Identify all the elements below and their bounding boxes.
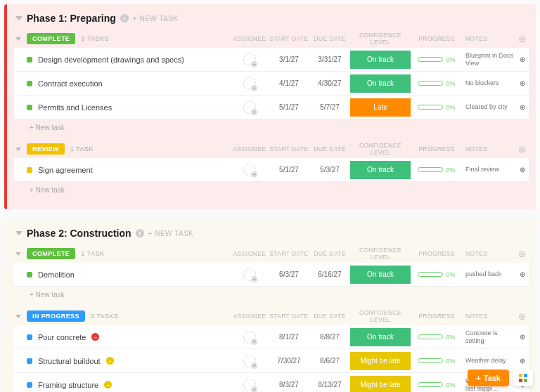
due-date[interactable]: 8/6/27 [309, 357, 350, 365]
collapse-phase-icon[interactable] [15, 16, 22, 20]
notes-cell[interactable]: Final review [463, 166, 516, 174]
phase-title[interactable]: Phase 1: Preparing [27, 13, 116, 24]
task-status-square-icon[interactable] [27, 81, 32, 86]
start-date[interactable]: 6/3/27 [269, 270, 309, 278]
progress-bar[interactable] [418, 334, 443, 339]
start-date[interactable]: 4/1/27 [269, 79, 309, 87]
confidence-level[interactable]: On track [350, 161, 411, 179]
task-row[interactable]: Structural buildout–7/30/278/6/27Might b… [14, 349, 529, 373]
new-task-fab[interactable]: + Task [468, 370, 509, 386]
due-date[interactable]: 5/7/27 [309, 103, 350, 111]
collapse-group-icon[interactable] [15, 37, 21, 41]
column-header-progress[interactable]: PROGRESS [411, 313, 463, 320]
add-column-button[interactable]: ⊕ [516, 34, 529, 44]
due-date[interactable]: 6/16/27 [309, 270, 350, 278]
column-header-due[interactable]: DUE DATE [309, 145, 350, 152]
column-header-start[interactable]: START DATE [269, 35, 309, 42]
row-add-button[interactable]: ⊕ [516, 270, 529, 278]
start-date[interactable]: 5/1/27 [269, 166, 309, 174]
progress-bar[interactable] [418, 272, 443, 277]
row-add-button[interactable]: ⊕ [516, 103, 529, 111]
task-row[interactable]: Sign agreement5/1/275/3/27On track0%Fina… [14, 158, 529, 182]
column-header-assignee[interactable]: ASSIGNEE [231, 145, 269, 152]
notes-cell[interactable]: Concrete is setting [463, 329, 516, 345]
confidence-level[interactable]: Might be late [350, 376, 411, 393]
status-pill[interactable]: COMPLETE [27, 33, 75, 44]
due-date[interactable]: 3/31/27 [309, 55, 350, 63]
column-header-due[interactable]: DUE DATE [309, 250, 350, 257]
group-new-task-button[interactable]: + New task [14, 119, 529, 133]
task-name[interactable]: Sign agreement [38, 166, 93, 174]
column-header-progress[interactable]: PROGRESS [411, 35, 463, 42]
column-header-progress[interactable]: PROGRESS [411, 145, 463, 152]
collapse-group-icon[interactable] [15, 315, 21, 318]
task-name[interactable]: Pour concrete [38, 333, 86, 341]
phase-new-task-button[interactable]: + NEW TASK [148, 230, 194, 237]
task-name[interactable]: Permits and Licenses [38, 103, 112, 112]
column-header-confidence[interactable]: CONFIDENCE LEVEL [350, 142, 411, 156]
confidence-level[interactable]: On track [350, 74, 411, 93]
due-date[interactable]: 8/8/27 [309, 333, 350, 341]
column-header-assignee[interactable]: ASSIGNEE [231, 250, 269, 257]
column-header-progress[interactable]: PROGRESS [411, 250, 463, 257]
column-header-confidence[interactable]: CONFIDENCE LEVEL [350, 32, 411, 46]
due-date[interactable]: 5/3/27 [309, 166, 350, 174]
column-header-notes[interactable]: NOTES [463, 35, 516, 42]
column-header-confidence[interactable]: CONFIDENCE LEVEL [350, 247, 411, 261]
task-row[interactable]: Pour concrete–8/1/278/8/27On track0%Conc… [14, 325, 529, 349]
column-header-due[interactable]: DUE DATE [309, 35, 350, 42]
assign-user-button[interactable] [243, 331, 256, 344]
column-header-notes[interactable]: NOTES [463, 145, 516, 152]
assign-user-button[interactable] [243, 164, 256, 176]
task-row[interactable]: Design development (drawings and specs)3… [14, 48, 529, 72]
assign-user-button[interactable] [243, 53, 256, 66]
start-date[interactable]: 5/1/27 [269, 103, 309, 111]
column-header-assignee[interactable]: ASSIGNEE [231, 313, 269, 320]
add-column-button[interactable]: ⊕ [516, 249, 529, 259]
row-add-button[interactable]: ⊕ [516, 55, 529, 63]
confidence-level[interactable]: On track [350, 266, 411, 284]
start-date[interactable]: 8/1/27 [269, 333, 309, 341]
info-icon[interactable]: i [136, 229, 144, 237]
progress-bar[interactable] [418, 81, 443, 86]
task-name[interactable]: Contract execution [38, 79, 103, 88]
phase-new-task-button[interactable]: + NEW TASK [133, 15, 179, 22]
start-date[interactable]: 3/1/27 [269, 55, 309, 63]
row-add-button[interactable]: ⊕ [516, 333, 529, 341]
collapse-group-icon[interactable] [15, 148, 21, 151]
assign-user-button[interactable] [243, 101, 256, 114]
confidence-level[interactable]: On track [350, 51, 411, 69]
task-status-square-icon[interactable] [27, 272, 32, 277]
column-header-start[interactable]: START DATE [269, 145, 309, 152]
column-header-notes[interactable]: NOTES [463, 313, 516, 320]
confidence-level[interactable]: Might be late [350, 352, 411, 370]
progress-bar[interactable] [418, 105, 443, 110]
task-status-square-icon[interactable] [27, 358, 32, 364]
progress-bar[interactable] [418, 382, 443, 387]
task-row[interactable]: Framing structure–8/3/278/13/27Might be … [14, 373, 529, 392]
phase-title[interactable]: Phase 2: Construction [27, 228, 131, 239]
status-pill[interactable]: REVIEW [27, 143, 65, 155]
status-pill[interactable]: IN PROGRESS [27, 311, 85, 322]
group-new-task-button[interactable]: + New task [14, 182, 529, 195]
row-add-button[interactable]: ⊕ [516, 166, 529, 174]
add-column-button[interactable]: ⊕ [516, 144, 529, 155]
notes-cell[interactable]: Cleared by city [463, 103, 516, 111]
progress-bar[interactable] [418, 358, 443, 363]
task-name[interactable]: Framing structure [38, 381, 98, 389]
task-status-square-icon[interactable] [27, 167, 32, 173]
confidence-level[interactable]: Late [350, 98, 411, 117]
progress-bar[interactable] [418, 167, 443, 172]
assign-user-button[interactable] [243, 355, 256, 367]
assign-user-button[interactable] [243, 77, 256, 90]
column-header-assignee[interactable]: ASSIGNEE [231, 35, 269, 42]
column-header-confidence[interactable]: CONFIDENCE LEVEL [350, 309, 411, 323]
task-name[interactable]: Design development (drawings and specs) [38, 55, 184, 64]
notes-cell[interactable]: Blueprint in Docs View [463, 52, 516, 67]
apps-grid-button[interactable] [513, 370, 533, 386]
column-header-start[interactable]: START DATE [269, 313, 309, 320]
task-status-square-icon[interactable] [27, 105, 32, 110]
task-row[interactable]: Contract execution4/1/274/30/27On track0… [14, 72, 529, 96]
notes-cell[interactable]: pushed back [463, 270, 516, 278]
notes-cell[interactable]: No blockers [463, 79, 516, 87]
